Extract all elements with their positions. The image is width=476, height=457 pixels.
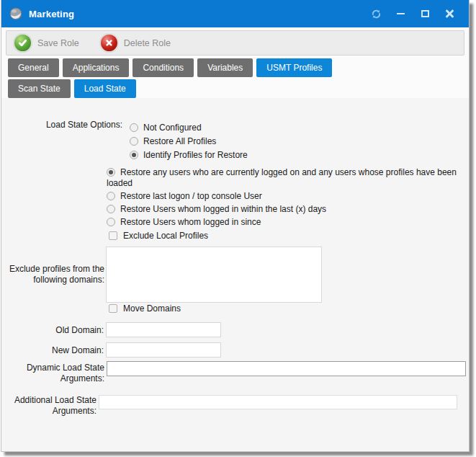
titlebar: Marketing (1, 0, 469, 27)
app-sphere-icon (9, 6, 23, 21)
save-role-label: Save Role (37, 38, 79, 48)
dynamic-load-state-arguments-input[interactable] (107, 361, 466, 376)
delete-role-label: Delete Role (124, 38, 171, 48)
tab-scan-state[interactable]: Scan State (8, 79, 71, 98)
radio-label: Restore any users who are currently logg… (107, 167, 457, 188)
new-domain-input[interactable] (106, 342, 221, 358)
load-state-options-group: Not Configured Restore All Profiles Iden… (130, 120, 248, 161)
radio-icon[interactable] (107, 192, 115, 200)
radio-label: Identify Profiles for Restore (143, 150, 248, 160)
radio-option-not-configured[interactable]: Not Configured (130, 120, 248, 134)
tab-general[interactable]: General (8, 58, 59, 77)
radio-icon[interactable] (130, 151, 138, 159)
checkbox-icon[interactable] (109, 304, 117, 313)
tab-conditions[interactable]: Conditions (133, 58, 194, 77)
main-tab-bar: General Applications Conditions Variable… (8, 58, 332, 77)
window-controls (364, 4, 462, 24)
radio-option-last-logon[interactable]: Restore last logon / top console User (107, 190, 474, 203)
save-role-button[interactable]: Save Role (14, 35, 79, 51)
maximize-icon[interactable] (413, 4, 437, 24)
red-x-icon (101, 35, 117, 51)
radio-label: Restore Users whom logged in within the … (120, 204, 326, 214)
exclude-domains-label: Exclude profiles from the following doma… (1, 264, 104, 285)
additional-load-state-arguments-input[interactable] (99, 395, 457, 409)
radio-icon[interactable] (107, 218, 115, 226)
tab-usmt-profiles[interactable]: USMT Profiles (256, 58, 332, 77)
usmt-sub-tab-bar: Scan State Load State (8, 79, 136, 98)
radio-icon[interactable] (107, 205, 115, 213)
move-domains-checkbox-row[interactable]: Move Domains (109, 303, 181, 314)
close-icon[interactable] (437, 4, 462, 24)
radio-option-restore-logged-on-users[interactable]: Restore any users who are currently logg… (107, 167, 474, 189)
delete-role-button[interactable]: Delete Role (101, 35, 171, 51)
radio-icon[interactable] (130, 123, 138, 132)
radio-icon[interactable] (130, 137, 138, 146)
toolbar: Save Role Delete Role (6, 30, 464, 56)
exclude-domains-textarea[interactable] (106, 247, 322, 303)
tab-applications[interactable]: Applications (63, 58, 130, 77)
radio-option-last-x-days[interactable]: Restore Users whom logged in within the … (107, 203, 474, 216)
exclude-local-profiles-checkbox-row[interactable]: Exclude Local Profiles (109, 231, 208, 241)
radio-option-restore-all-profiles[interactable]: Restore All Profiles (130, 134, 248, 148)
tab-variables[interactable]: Variables (197, 58, 253, 77)
restore-mode-group: Restore any users who are currently logg… (107, 167, 474, 228)
new-domain-label: New Domain: (1, 345, 104, 356)
radio-label: Restore last logon / top console User (120, 191, 262, 201)
old-domain-input[interactable] (106, 322, 221, 337)
tab-load-state[interactable]: Load State (74, 79, 136, 98)
minimize-icon[interactable] (388, 4, 413, 24)
radio-option-logged-in-since[interactable]: Restore Users whom logged in since (107, 216, 474, 228)
load-state-panel: Load State Options: Not Configured Resto… (1, 98, 469, 451)
radio-label: Not Configured (143, 123, 202, 133)
radio-label: Restore Users whom logged in since (120, 217, 261, 227)
checkbox-label: Exclude Local Profiles (123, 231, 208, 241)
old-domain-label: Old Domain: (1, 325, 104, 336)
refresh-icon[interactable] (364, 4, 388, 24)
radio-label: Restore All Profiles (143, 136, 216, 146)
radio-option-identify-profiles[interactable]: Identify Profiles for Restore (130, 148, 248, 161)
window-title: Marketing (29, 9, 74, 19)
checkbox-icon[interactable] (109, 231, 117, 240)
additional-args-label: Additional Load State Arguments: (1, 395, 96, 417)
dynamic-args-label: Dynamic Load State Arguments: (1, 363, 104, 384)
toolbar-area: Save Role Delete Role (1, 27, 469, 58)
green-check-icon (14, 35, 31, 51)
load-state-options-label: Load State Options: (1, 120, 122, 130)
checkbox-label: Move Domains (123, 303, 181, 314)
radio-icon[interactable] (107, 168, 115, 177)
marketing-role-window: Marketing (1, 0, 470, 452)
